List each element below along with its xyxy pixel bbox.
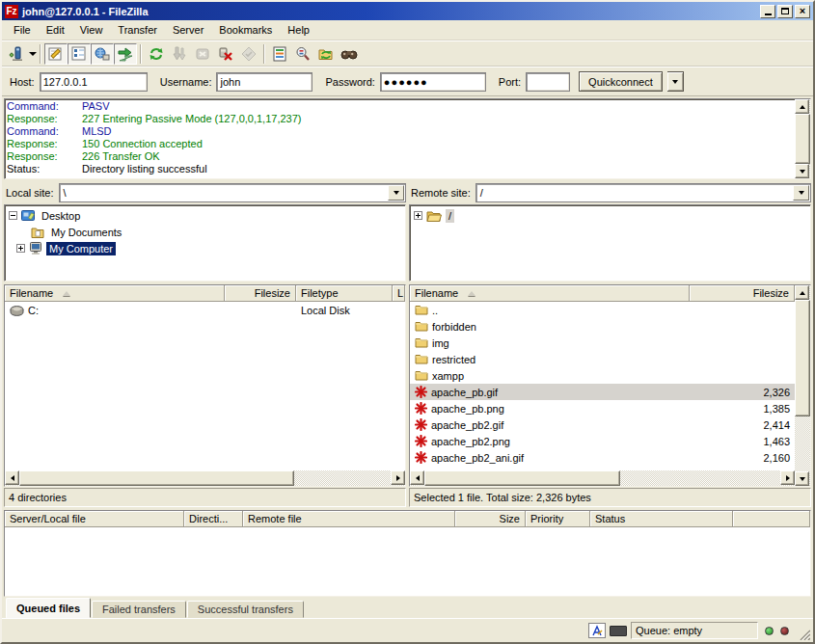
tree-item-desktop[interactable]: Desktop <box>5 207 405 224</box>
tab-queued-files[interactable]: Queued files <box>6 598 91 618</box>
column-priority[interactable]: Priority <box>526 511 590 527</box>
remote-vertical-scrollbar[interactable] <box>795 285 810 486</box>
remote-file-row[interactable]: apache_pb.png1,385 <box>410 400 795 416</box>
remote-file-row[interactable]: .. <box>410 302 795 318</box>
filter-button[interactable] <box>268 43 291 65</box>
menu-view[interactable]: View <box>72 22 111 38</box>
column-filesize[interactable]: Filesize <box>225 285 296 302</box>
local-file-row[interactable]: C: Local Disk <box>5 302 405 318</box>
file-name: apache_pb2.gif <box>431 419 503 431</box>
remote-site-combo[interactable]: / <box>475 183 811 202</box>
remote-file-row[interactable]: apache_pb2_ani.gif2,160 <box>410 449 795 466</box>
toolbar-separator <box>140 44 142 64</box>
menu-server[interactable]: Server <box>165 22 211 38</box>
column-direction[interactable]: Directi... <box>184 511 243 527</box>
scroll-right-icon[interactable] <box>391 470 405 485</box>
combo-dropdown-button[interactable] <box>388 185 404 201</box>
tree-item-my-documents[interactable]: My Documents <box>5 224 405 240</box>
column-filetype[interactable]: Filetype <box>296 285 393 302</box>
close-button[interactable]: × <box>795 5 810 18</box>
local-horizontal-scrollbar[interactable] <box>5 470 405 486</box>
toggle-local-tree-button[interactable] <box>68 43 91 65</box>
menu-edit[interactable]: Edit <box>39 22 72 38</box>
log-text: 226 Transfer OK <box>82 150 160 163</box>
scrollbar-thumb[interactable] <box>795 114 810 164</box>
minimize-button[interactable] <box>760 5 775 18</box>
host-input[interactable] <box>40 72 148 92</box>
scrollbar-thumb[interactable] <box>795 300 810 416</box>
log-scrollbar[interactable] <box>795 99 810 178</box>
disconnect-button[interactable] <box>214 43 237 65</box>
toggle-remote-tree-button[interactable] <box>91 43 114 65</box>
find-files-button[interactable] <box>338 43 361 65</box>
scrollbar-thumb[interactable] <box>19 470 294 486</box>
quickconnect-button[interactable]: Quickconnect <box>579 71 663 92</box>
window-title: john@127.0.0.1 - FileZilla <box>22 6 758 17</box>
combo-dropdown-button[interactable] <box>793 185 809 201</box>
tab-successful-transfers[interactable]: Successful transfers <box>187 601 304 618</box>
scrollbar-thumb[interactable] <box>424 470 620 486</box>
remote-file-row[interactable]: apache_pb2.png1,463 <box>410 433 795 449</box>
collapse-icon[interactable] <box>9 211 17 220</box>
remote-file-row[interactable]: forbidden <box>410 318 795 335</box>
column-filename[interactable]: Filename <box>5 285 225 302</box>
tree-item-root[interactable]: / <box>410 207 810 224</box>
site-manager-dropdown-icon[interactable] <box>29 52 37 56</box>
column-remote-file[interactable]: Remote file <box>243 511 455 527</box>
file-name: restricted <box>432 354 475 365</box>
cancel-operation-button[interactable] <box>191 43 214 65</box>
expand-icon[interactable] <box>16 244 25 253</box>
file-name: apache_pb2_ani.gif <box>431 452 524 464</box>
title-bar[interactable]: Fz john@127.0.0.1 - FileZilla × <box>2 2 813 20</box>
directory-comparison-button[interactable] <box>291 43 314 65</box>
remote-file-row-selected[interactable]: apache_pb.gif2,326 <box>410 384 795 400</box>
port-label: Port: <box>499 76 521 88</box>
remote-file-row[interactable]: apache_pb2.gif2,414 <box>410 416 795 433</box>
scroll-up-icon[interactable] <box>795 285 809 300</box>
maximize-button[interactable] <box>777 5 793 18</box>
transfer-type-indicator-icon[interactable] <box>588 623 606 638</box>
tab-failed-transfers[interactable]: Failed transfers <box>92 601 186 618</box>
toggle-message-log-button[interactable] <box>44 43 68 65</box>
column-server-local-file[interactable]: Server/Local file <box>5 511 184 527</box>
resize-grip[interactable] <box>797 627 810 640</box>
password-input[interactable] <box>380 72 486 92</box>
remote-horizontal-scrollbar[interactable] <box>410 470 795 486</box>
remote-file-row[interactable]: restricted <box>410 351 795 367</box>
scroll-down-icon[interactable] <box>795 471 809 486</box>
process-queue-button[interactable] <box>168 43 191 65</box>
encryption-indicator-icon[interactable] <box>610 626 627 636</box>
refresh-button[interactable] <box>145 43 168 65</box>
scroll-left-icon[interactable] <box>410 470 424 485</box>
reconnect-button[interactable] <box>237 43 260 65</box>
scroll-up-icon[interactable] <box>795 99 809 114</box>
remote-site-label: Remote site: <box>409 187 475 199</box>
column-filesize[interactable]: Filesize <box>690 285 795 302</box>
queue-body[interactable] <box>5 527 810 596</box>
menu-help[interactable]: Help <box>280 22 317 38</box>
column-status[interactable]: Status <box>590 511 733 527</box>
remote-file-row[interactable]: img <box>410 335 795 351</box>
scroll-right-icon[interactable] <box>780 470 795 485</box>
username-input[interactable] <box>216 72 312 92</box>
scroll-left-icon[interactable] <box>5 470 19 485</box>
port-input[interactable] <box>526 72 570 92</box>
column-size[interactable]: Size <box>455 511 526 527</box>
quickconnect-dropdown-button[interactable] <box>667 71 684 92</box>
synchronized-browsing-button[interactable] <box>314 43 338 65</box>
expand-icon[interactable] <box>414 211 422 220</box>
remote-file-list: Filename Filesize .. forbidden img restr… <box>409 284 811 487</box>
toggle-transfer-queue-button[interactable] <box>114 43 137 65</box>
remote-file-row[interactable]: xampp <box>410 367 795 384</box>
site-manager-button[interactable] <box>4 43 27 65</box>
column-last-modified[interactable]: L <box>393 285 405 302</box>
log-label: Response: <box>7 138 82 150</box>
remote-list-rows: .. forbidden img restricted xampp apache… <box>410 302 795 470</box>
menu-file[interactable]: File <box>6 22 39 38</box>
menu-bookmarks[interactable]: Bookmarks <box>211 22 280 38</box>
column-filename[interactable]: Filename <box>410 285 690 302</box>
tree-item-my-computer[interactable]: My Computer <box>5 240 405 256</box>
local-site-combo[interactable]: \ <box>59 183 406 202</box>
scroll-down-icon[interactable] <box>795 164 809 178</box>
menu-transfer[interactable]: Transfer <box>110 22 165 38</box>
